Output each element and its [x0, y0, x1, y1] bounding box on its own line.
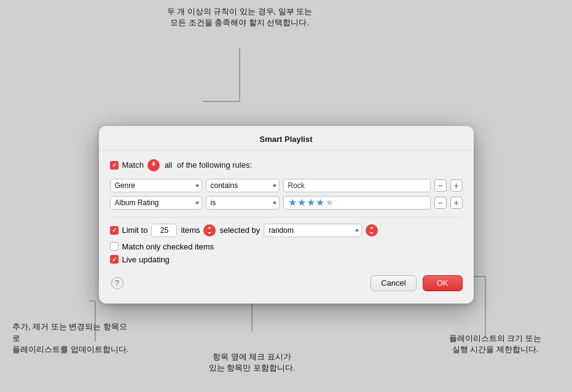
rule1-field-dropdown[interactable]: Genre: [110, 179, 202, 192]
limit-row: Limit to 25 items selected by random: [110, 224, 463, 237]
star-4: ★: [316, 197, 324, 208]
help-button[interactable]: ?: [111, 277, 123, 289]
following-rules-text: of the following rules:: [177, 160, 252, 170]
limit-value-input[interactable]: 25: [151, 224, 177, 237]
items-label: items: [181, 225, 200, 235]
star-5: ★: [325, 197, 334, 208]
live-updating-label: Live updating: [122, 255, 170, 264]
rule2-field-dropdown[interactable]: Album Rating: [110, 196, 202, 210]
rule1-add-btn[interactable]: +: [450, 179, 463, 192]
all-option-text: all: [165, 161, 172, 170]
rule2-condition-dropdown[interactable]: is: [206, 196, 280, 210]
match-label: Match: [122, 160, 144, 170]
match-checkbox[interactable]: [110, 161, 119, 170]
button-row: ? Cancel OK: [99, 268, 474, 291]
rule-row-2: Album Rating is ★ ★ ★ ★ ★ − +: [110, 196, 463, 210]
divider: [110, 217, 463, 218]
selected-by-label: selected by: [219, 225, 260, 235]
match-checked-checkbox[interactable]: [110, 242, 119, 251]
star-1: ★: [288, 197, 297, 208]
rule-row-1: Genre contains Rock − +: [110, 179, 463, 192]
rules-section: Genre contains Rock − + Album Rating is: [110, 179, 463, 210]
items-stepper[interactable]: [203, 224, 216, 237]
rule2-value: ★ ★ ★ ★ ★: [283, 196, 431, 210]
rule2-remove-btn[interactable]: −: [434, 197, 447, 209]
limit-label: Limit to: [122, 225, 148, 235]
annotation-bottom-center: 항목 옆에 체크 표시가 있는 항목만 포함합니다.: [190, 351, 313, 374]
ok-button[interactable]: OK: [423, 275, 463, 291]
annotation-top: 두 개 이상의 규칙이 있는 경우, 일부 또는 모든 조건을 충족해야 할지 …: [141, 6, 338, 28]
match-row: Match all of the following rules:: [110, 159, 463, 171]
selected-by-dropdown[interactable]: random: [264, 224, 362, 237]
limit-checkbox[interactable]: [110, 226, 119, 235]
live-updating-checkbox[interactable]: [110, 255, 119, 264]
match-all-dropdown[interactable]: [147, 159, 160, 171]
rule1-condition-dropdown[interactable]: contains: [206, 179, 280, 192]
star-2: ★: [297, 197, 306, 208]
match-checked-row: Match only checked items: [110, 242, 463, 251]
annotation-bottom-left: 추가, 제거 또는 변경되는 항목으로 플레이리스트를 업데이트합니다.: [12, 321, 135, 355]
star-3: ★: [307, 197, 315, 208]
dialog-title: Smart Playlist: [99, 126, 474, 151]
rule1-remove-btn[interactable]: −: [434, 179, 447, 192]
match-checked-label: Match only checked items: [122, 242, 214, 251]
rule1-value: Rock: [283, 179, 431, 192]
random-stepper[interactable]: [366, 224, 378, 237]
cancel-button[interactable]: Cancel: [370, 275, 416, 291]
annotation-bottom-right: 플레이리스트의 크기 또는 실행 시간을 제한합니다.: [437, 333, 554, 355]
rule2-add-btn[interactable]: +: [450, 197, 463, 209]
star-rating: ★ ★ ★ ★ ★: [288, 197, 334, 208]
smart-playlist-dialog: Smart Playlist Match all of the followin…: [99, 126, 474, 304]
live-updating-row: Live updating: [110, 255, 463, 264]
